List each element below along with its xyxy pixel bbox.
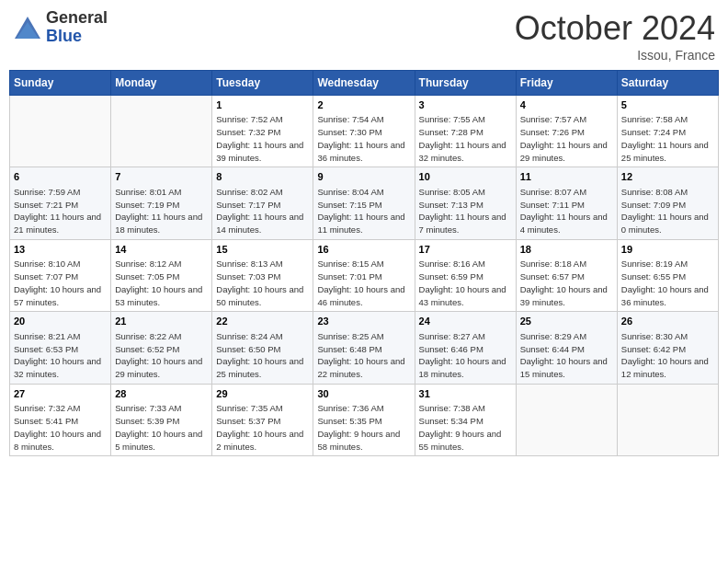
day-number: 18: [520, 243, 613, 257]
week-row-1: 1Sunrise: 7:52 AM Sunset: 7:32 PM Daylig…: [10, 96, 719, 167]
calendar-cell: 30Sunrise: 7:36 AM Sunset: 5:35 PM Dayli…: [313, 384, 415, 455]
day-info: Sunrise: 7:52 AM Sunset: 7:32 PM Dayligh…: [216, 113, 309, 164]
calendar-cell: [111, 96, 212, 167]
title-area: October 2024 Issou, France: [515, 9, 715, 63]
day-number: 7: [115, 170, 208, 184]
day-info: Sunrise: 7:54 AM Sunset: 7:30 PM Dayligh…: [317, 113, 410, 164]
calendar-cell: 11Sunrise: 8:07 AM Sunset: 7:11 PM Dayli…: [516, 167, 617, 239]
day-number: 25: [520, 315, 613, 328]
calendar-cell: 10Sunrise: 8:05 AM Sunset: 7:13 PM Dayli…: [415, 167, 516, 239]
day-info: Sunrise: 8:19 AM Sunset: 6:55 PM Dayligh…: [621, 258, 714, 308]
day-number: 30: [317, 387, 410, 401]
calendar-cell: 18Sunrise: 8:18 AM Sunset: 6:57 PM Dayli…: [516, 239, 617, 311]
day-info: Sunrise: 8:07 AM Sunset: 7:11 PM Dayligh…: [520, 186, 613, 236]
day-info: Sunrise: 8:15 AM Sunset: 7:01 PM Dayligh…: [317, 258, 410, 308]
day-info: Sunrise: 8:13 AM Sunset: 7:03 PM Dayligh…: [216, 258, 309, 308]
day-info: Sunrise: 8:16 AM Sunset: 6:59 PM Dayligh…: [419, 258, 512, 308]
day-header-friday: Friday: [516, 71, 617, 96]
day-header-thursday: Thursday: [415, 71, 516, 96]
day-number: 12: [621, 170, 714, 184]
calendar-cell: 15Sunrise: 8:13 AM Sunset: 7:03 PM Dayli…: [212, 239, 313, 311]
day-number: 9: [317, 170, 410, 184]
day-info: Sunrise: 8:29 AM Sunset: 6:44 PM Dayligh…: [520, 330, 613, 381]
page-header: General Blue October 2024 Issou, France: [9, 9, 719, 63]
calendar-cell: 1Sunrise: 7:52 AM Sunset: 7:32 PM Daylig…: [212, 96, 313, 167]
day-number: 13: [14, 243, 107, 257]
logo: General Blue: [13, 9, 108, 46]
calendar-cell: 7Sunrise: 8:01 AM Sunset: 7:19 PM Daylig…: [111, 167, 212, 239]
day-number: 27: [14, 387, 107, 401]
calendar-cell: [516, 384, 617, 455]
day-info: Sunrise: 8:30 AM Sunset: 6:42 PM Dayligh…: [621, 330, 714, 381]
calendar-cell: 4Sunrise: 7:57 AM Sunset: 7:26 PM Daylig…: [516, 96, 617, 167]
day-info: Sunrise: 8:04 AM Sunset: 7:15 PM Dayligh…: [317, 186, 410, 236]
day-number: 21: [115, 315, 208, 328]
day-info: Sunrise: 8:12 AM Sunset: 7:05 PM Dayligh…: [115, 258, 208, 308]
calendar-cell: 8Sunrise: 8:02 AM Sunset: 7:17 PM Daylig…: [212, 167, 313, 239]
week-row-5: 27Sunrise: 7:32 AM Sunset: 5:41 PM Dayli…: [10, 384, 719, 455]
calendar-cell: 19Sunrise: 8:19 AM Sunset: 6:55 PM Dayli…: [617, 239, 718, 311]
day-number: 28: [115, 387, 208, 401]
day-info: Sunrise: 7:33 AM Sunset: 5:39 PM Dayligh…: [115, 402, 208, 453]
day-info: Sunrise: 8:25 AM Sunset: 6:48 PM Dayligh…: [317, 330, 410, 381]
day-number: 22: [216, 315, 309, 328]
calendar-cell: 9Sunrise: 8:04 AM Sunset: 7:15 PM Daylig…: [313, 167, 415, 239]
day-info: Sunrise: 7:57 AM Sunset: 7:26 PM Dayligh…: [520, 113, 613, 164]
calendar-cell: 5Sunrise: 7:58 AM Sunset: 7:24 PM Daylig…: [617, 96, 718, 167]
calendar-cell: 31Sunrise: 7:38 AM Sunset: 5:34 PM Dayli…: [415, 384, 516, 455]
day-info: Sunrise: 8:18 AM Sunset: 6:57 PM Dayligh…: [520, 258, 613, 308]
calendar-cell: 12Sunrise: 8:08 AM Sunset: 7:09 PM Dayli…: [617, 167, 718, 239]
day-info: Sunrise: 8:21 AM Sunset: 6:53 PM Dayligh…: [14, 330, 107, 381]
calendar-header-row: SundayMondayTuesdayWednesdayThursdayFrid…: [10, 71, 719, 96]
calendar-cell: 28Sunrise: 7:33 AM Sunset: 5:39 PM Dayli…: [111, 384, 212, 455]
day-header-monday: Monday: [111, 71, 212, 96]
day-number: 6: [14, 170, 107, 184]
calendar-cell: 25Sunrise: 8:29 AM Sunset: 6:44 PM Dayli…: [516, 312, 617, 384]
day-info: Sunrise: 7:35 AM Sunset: 5:37 PM Dayligh…: [216, 402, 309, 453]
day-number: 5: [621, 98, 714, 112]
calendar-cell: 14Sunrise: 8:12 AM Sunset: 7:05 PM Dayli…: [111, 239, 212, 311]
day-info: Sunrise: 7:36 AM Sunset: 5:35 PM Dayligh…: [317, 402, 410, 453]
day-number: 17: [419, 243, 512, 257]
day-number: 15: [216, 243, 309, 257]
day-info: Sunrise: 8:27 AM Sunset: 6:46 PM Dayligh…: [419, 330, 512, 381]
day-info: Sunrise: 8:08 AM Sunset: 7:09 PM Dayligh…: [621, 186, 714, 236]
calendar-cell: 2Sunrise: 7:54 AM Sunset: 7:30 PM Daylig…: [313, 96, 415, 167]
logo-icon: [13, 15, 42, 40]
day-info: Sunrise: 7:59 AM Sunset: 7:21 PM Dayligh…: [14, 186, 107, 236]
calendar-cell: 13Sunrise: 8:10 AM Sunset: 7:07 PM Dayli…: [10, 239, 111, 311]
logo-text: General Blue: [46, 9, 108, 46]
day-header-wednesday: Wednesday: [313, 71, 415, 96]
calendar-cell: 27Sunrise: 7:32 AM Sunset: 5:41 PM Dayli…: [10, 384, 111, 455]
day-info: Sunrise: 8:01 AM Sunset: 7:19 PM Dayligh…: [115, 186, 208, 236]
week-row-3: 13Sunrise: 8:10 AM Sunset: 7:07 PM Dayli…: [10, 239, 719, 311]
day-number: 2: [317, 98, 410, 112]
calendar-cell: 21Sunrise: 8:22 AM Sunset: 6:52 PM Dayli…: [111, 312, 212, 384]
day-info: Sunrise: 7:58 AM Sunset: 7:24 PM Dayligh…: [621, 113, 714, 164]
calendar-cell: 6Sunrise: 7:59 AM Sunset: 7:21 PM Daylig…: [10, 167, 111, 239]
calendar-cell: 24Sunrise: 8:27 AM Sunset: 6:46 PM Dayli…: [415, 312, 516, 384]
day-info: Sunrise: 8:22 AM Sunset: 6:52 PM Dayligh…: [115, 330, 208, 381]
calendar-cell: 26Sunrise: 8:30 AM Sunset: 6:42 PM Dayli…: [617, 312, 718, 384]
calendar-cell: 17Sunrise: 8:16 AM Sunset: 6:59 PM Dayli…: [415, 239, 516, 311]
day-number: 20: [14, 315, 107, 328]
day-info: Sunrise: 8:02 AM Sunset: 7:17 PM Dayligh…: [216, 186, 309, 236]
day-number: 4: [520, 98, 613, 112]
calendar-cell: 16Sunrise: 8:15 AM Sunset: 7:01 PM Dayli…: [313, 239, 415, 311]
day-number: 8: [216, 170, 309, 184]
day-number: 31: [419, 387, 512, 401]
calendar-cell: [617, 384, 718, 455]
month-title: October 2024: [515, 9, 715, 48]
week-row-4: 20Sunrise: 8:21 AM Sunset: 6:53 PM Dayli…: [10, 312, 719, 384]
calendar-cell: 22Sunrise: 8:24 AM Sunset: 6:50 PM Dayli…: [212, 312, 313, 384]
calendar-cell: 3Sunrise: 7:55 AM Sunset: 7:28 PM Daylig…: [415, 96, 516, 167]
calendar-cell: 20Sunrise: 8:21 AM Sunset: 6:53 PM Dayli…: [10, 312, 111, 384]
day-number: 11: [520, 170, 613, 184]
calendar-cell: [10, 96, 111, 167]
day-number: 10: [419, 170, 512, 184]
day-header-sunday: Sunday: [10, 71, 111, 96]
day-number: 19: [621, 243, 714, 257]
calendar-cell: 23Sunrise: 8:25 AM Sunset: 6:48 PM Dayli…: [313, 312, 415, 384]
day-number: 14: [115, 243, 208, 257]
calendar-cell: 29Sunrise: 7:35 AM Sunset: 5:37 PM Dayli…: [212, 384, 313, 455]
